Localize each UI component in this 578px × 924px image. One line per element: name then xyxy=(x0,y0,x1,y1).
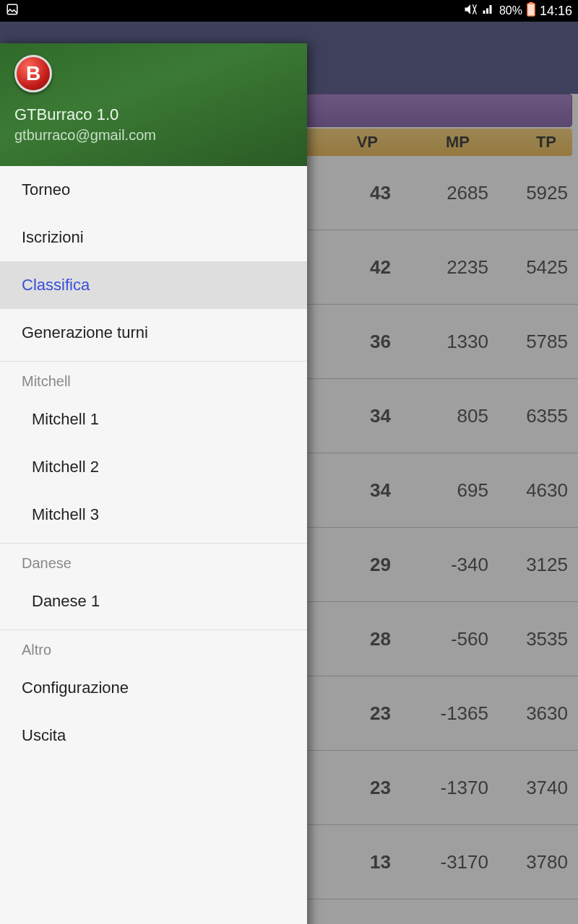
app-logo-letter: B xyxy=(26,62,40,85)
signal-icon xyxy=(482,3,495,19)
drawer-item-configurazione[interactable]: Configurazione xyxy=(0,664,307,712)
svg-rect-1 xyxy=(527,4,535,16)
navigation-drawer: B GTBurraco 1.0 gtburraco@gmail.com Torn… xyxy=(0,43,307,924)
drawer-section-danese: Danese xyxy=(0,543,307,578)
svg-rect-2 xyxy=(530,2,532,4)
drawer-section-altro: Altro xyxy=(0,629,307,664)
battery-icon xyxy=(527,2,535,19)
drawer-item-generazione-turni[interactable]: Generazione turni xyxy=(0,309,307,357)
gallery-icon xyxy=(6,3,19,19)
drawer-item-classifica[interactable]: Classifica xyxy=(0,261,307,309)
app-logo-icon: B xyxy=(14,55,52,92)
drawer-item-uscita[interactable]: Uscita xyxy=(0,712,307,759)
drawer-item-torneo[interactable]: Torneo xyxy=(0,166,307,214)
drawer-item-mitchell-3[interactable]: Mitchell 3 xyxy=(0,491,307,539)
drawer-item-mitchell-2[interactable]: Mitchell 2 xyxy=(0,443,307,491)
drawer-header: B GTBurraco 1.0 gtburraco@gmail.com xyxy=(0,43,307,166)
battery-pct: 80% xyxy=(499,4,522,17)
status-bar: 80% 14:16 xyxy=(0,0,578,22)
drawer-item-mitchell-1[interactable]: Mitchell 1 xyxy=(0,396,307,443)
vibrate-mute-icon xyxy=(463,2,478,19)
svg-rect-0 xyxy=(7,4,17,14)
clock: 14:16 xyxy=(540,4,572,19)
drawer-section-mitchell: Mitchell xyxy=(0,361,307,396)
drawer-item-iscrizioni[interactable]: Iscrizioni xyxy=(0,214,307,261)
drawer-app-title: GTBurraco 1.0 xyxy=(14,105,293,124)
drawer-item-danese-1[interactable]: Danese 1 xyxy=(0,578,307,625)
drawer-app-email: gtburraco@gmail.com xyxy=(14,127,293,144)
drawer-list: TorneoIscrizioniClassificaGenerazione tu… xyxy=(0,166,307,924)
